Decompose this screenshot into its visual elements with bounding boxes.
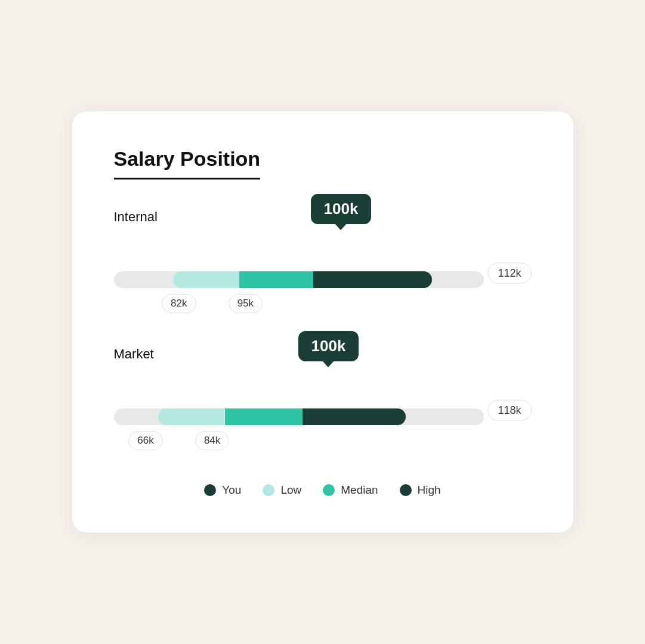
internal-label-82k: 82k — [162, 294, 196, 313]
market-max-label: 118k — [487, 400, 531, 421]
legend-dot-you — [204, 484, 216, 496]
internal-bottom-labels: 82k 95k — [114, 294, 484, 317]
internal-max-label: 112k — [487, 263, 531, 284]
internal-label-95k: 95k — [229, 294, 263, 313]
legend-item-low: Low — [263, 484, 301, 497]
card-title: Salary Position — [114, 147, 261, 179]
legend-dot-high — [400, 484, 412, 496]
market-bar-low — [158, 408, 225, 425]
market-tooltip: 100k — [298, 331, 359, 361]
legend: You Low Median High — [114, 484, 532, 497]
market-label-66k: 66k — [128, 431, 162, 450]
legend-label-median: Median — [341, 484, 378, 497]
legend-item-high: High — [400, 484, 441, 497]
legend-dot-low — [263, 484, 274, 496]
legend-item-you: You — [204, 484, 241, 497]
internal-section: Internal 100k 112k 82k 95k — [114, 209, 532, 317]
legend-item-median: Median — [323, 484, 378, 497]
market-bar-high — [303, 408, 406, 425]
market-label-84k: 84k — [195, 431, 229, 450]
internal-bar-median — [239, 271, 313, 288]
market-bar-track — [114, 408, 484, 425]
market-bottom-labels: 66k 84k — [114, 431, 484, 454]
legend-label-you: You — [222, 484, 241, 497]
legend-label-low: Low — [280, 484, 301, 497]
internal-bar-high — [313, 271, 431, 288]
internal-tooltip: 100k — [311, 194, 372, 224]
legend-label-high: High — [418, 484, 441, 497]
salary-position-card: Salary Position Internal 100k 112k — [72, 112, 573, 532]
legend-dot-median — [323, 484, 335, 496]
market-bar-median — [225, 408, 303, 425]
market-section: Market 100k 118k 66k 84k — [114, 346, 532, 454]
internal-bar-track — [114, 271, 484, 288]
internal-bar-low — [173, 271, 240, 288]
